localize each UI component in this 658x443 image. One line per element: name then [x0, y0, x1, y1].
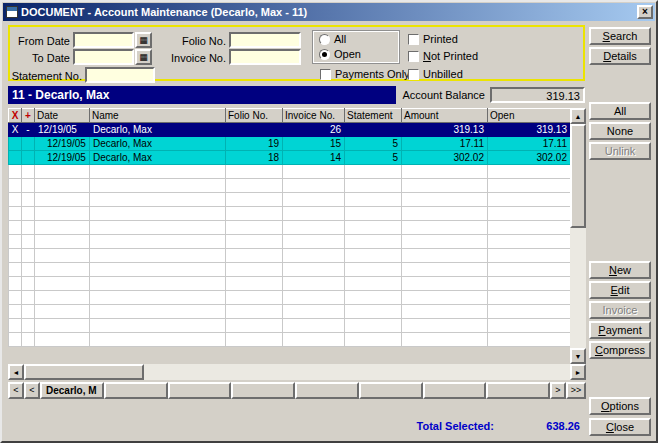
cell-name[interactable]: Decarlo, Max — [90, 137, 226, 151]
account-title: 11 - Decarlo, Max — [8, 86, 396, 104]
cell-date[interactable]: 12/19/05 — [35, 151, 90, 165]
checkbox-payments-only[interactable]: Payments Only — [320, 68, 410, 80]
options-button[interactable]: Options — [589, 397, 651, 415]
cell-folio[interactable] — [226, 123, 283, 137]
cell-invoice[interactable]: 14 — [283, 151, 345, 165]
radio-open-circle[interactable] — [319, 49, 330, 60]
checkbox-unbilled[interactable]: Unbilled — [408, 68, 463, 80]
last-record-button[interactable]: >> — [566, 382, 586, 399]
title-bar[interactable]: DOCUMENT - Account Maintenance (Decarlo,… — [3, 3, 655, 21]
checkbox-not-printed[interactable]: Not Printed — [408, 50, 478, 62]
cell-statement[interactable]: 5 — [345, 137, 402, 151]
cell-name[interactable]: Decarlo, Max — [90, 151, 226, 165]
checkbox-payments-only-box[interactable] — [320, 69, 331, 80]
record-tab[interactable] — [486, 382, 550, 399]
cell-folio[interactable]: 19 — [226, 137, 283, 151]
unlink-button: Unlink — [589, 142, 651, 160]
documents-grid: X + Date Name Folio No. Invoice No. Stat… — [8, 108, 570, 347]
table-row[interactable]: 12/19/05 Decarlo, Max 19 15 5 17.11 17.1… — [9, 137, 571, 151]
to-date-label: To Date — [14, 52, 70, 64]
prev-record-button[interactable]: < — [24, 382, 40, 399]
radio-all[interactable]: All — [319, 33, 346, 45]
cell-name[interactable]: Decarlo, Max — [90, 123, 226, 137]
cell-statement[interactable]: 5 — [345, 151, 402, 165]
record-tab[interactable] — [231, 382, 295, 399]
table-row-empty — [9, 165, 571, 179]
window-title: DOCUMENT - Account Maintenance (Decarlo,… — [21, 6, 307, 18]
scroll-left-icon[interactable]: ◄ — [8, 364, 24, 380]
cell-open[interactable]: 17.11 — [488, 137, 571, 151]
scroll-down-icon[interactable]: ▼ — [570, 348, 586, 364]
col-header-amount[interactable]: Amount — [402, 109, 488, 123]
search-button[interactable]: Search — [589, 27, 651, 45]
cell-amount[interactable]: 319.13 — [402, 123, 488, 137]
all-button[interactable]: All — [589, 102, 651, 120]
statement-no-input[interactable] — [85, 67, 155, 83]
cell-statement[interactable] — [345, 123, 402, 137]
first-record-button[interactable]: < — [8, 382, 24, 399]
invoice-no-input[interactable] — [229, 49, 301, 65]
dialog-window: DOCUMENT - Account Maintenance (Decarlo,… — [0, 0, 658, 443]
cell-amount[interactable]: 17.11 — [402, 137, 488, 151]
cell-x[interactable]: X — [9, 123, 22, 137]
to-date-input[interactable] — [73, 49, 134, 65]
folio-no-input[interactable] — [229, 32, 301, 48]
payment-button[interactable]: Payment — [589, 321, 651, 339]
col-header-x[interactable]: X — [9, 109, 22, 123]
close-button[interactable]: Close — [589, 418, 651, 436]
from-date-calendar-icon[interactable]: ▦ — [135, 32, 152, 48]
horizontal-scrollbar[interactable]: ◄ ► — [8, 364, 586, 380]
table-row-empty — [9, 179, 571, 193]
cell-x[interactable] — [9, 137, 22, 151]
cell-invoice[interactable]: 15 — [283, 137, 345, 151]
to-date-calendar-icon[interactable]: ▦ — [135, 49, 152, 65]
cell-expand[interactable] — [22, 151, 35, 165]
cell-expand[interactable]: - — [22, 123, 35, 137]
footer: Total Selected: 638.26 — [8, 420, 586, 432]
record-tab[interactable] — [104, 382, 168, 399]
col-header-date[interactable]: Date — [35, 109, 90, 123]
record-tab[interactable] — [359, 382, 423, 399]
checkbox-unbilled-box[interactable] — [408, 69, 419, 80]
record-tab[interactable] — [295, 382, 359, 399]
col-header-invoice[interactable]: Invoice No. — [283, 109, 345, 123]
record-tab-active[interactable]: Decarlo, M — [40, 382, 104, 399]
scroll-right-icon[interactable]: ► — [570, 364, 586, 380]
close-icon[interactable]: × — [637, 5, 653, 19]
col-header-folio[interactable]: Folio No. — [226, 109, 283, 123]
cell-invoice[interactable]: 26 — [283, 123, 345, 137]
new-button[interactable]: New — [589, 261, 651, 279]
cell-amount[interactable]: 302.02 — [402, 151, 488, 165]
cell-open[interactable]: 302.02 — [488, 151, 571, 165]
cell-expand[interactable] — [22, 137, 35, 151]
none-button[interactable]: None — [589, 122, 651, 140]
table-row[interactable]: X - 12/19/05 Decarlo, Max 26 319.13 319.… — [9, 123, 571, 137]
compress-button[interactable]: Compress — [589, 341, 651, 359]
details-button[interactable]: Details — [589, 47, 651, 65]
cell-folio[interactable]: 18 — [226, 151, 283, 165]
cell-date[interactable]: 12/19/05 — [35, 137, 90, 151]
radio-all-circle[interactable] — [319, 34, 330, 45]
horizontal-scroll-thumb[interactable] — [24, 364, 144, 380]
record-tab[interactable] — [423, 382, 487, 399]
col-header-statement[interactable]: Statement — [345, 109, 402, 123]
col-header-plus[interactable]: + — [22, 109, 35, 123]
next-record-button[interactable]: > — [550, 382, 566, 399]
radio-open[interactable]: Open — [319, 48, 361, 60]
table-row[interactable]: 12/19/05 Decarlo, Max 18 14 5 302.02 302… — [9, 151, 571, 165]
record-tab[interactable] — [168, 382, 232, 399]
scroll-up-icon[interactable]: ▲ — [570, 108, 586, 124]
cell-x[interactable] — [9, 151, 22, 165]
col-header-open[interactable]: Open — [488, 109, 571, 123]
account-balance-value: 319.13 — [490, 87, 585, 103]
checkbox-printed-box[interactable] — [408, 34, 419, 45]
vertical-scrollbar[interactable]: ▲ ▼ — [570, 108, 586, 364]
edit-button[interactable]: Edit — [589, 281, 651, 299]
col-header-name[interactable]: Name — [90, 109, 226, 123]
cell-open[interactable]: 319.13 — [488, 123, 571, 137]
from-date-input[interactable] — [73, 32, 134, 48]
checkbox-not-printed-box[interactable] — [408, 51, 419, 62]
checkbox-printed[interactable]: Printed — [408, 33, 458, 45]
cell-date[interactable]: 12/19/05 — [35, 123, 90, 137]
vertical-scroll-thumb[interactable] — [570, 124, 586, 228]
